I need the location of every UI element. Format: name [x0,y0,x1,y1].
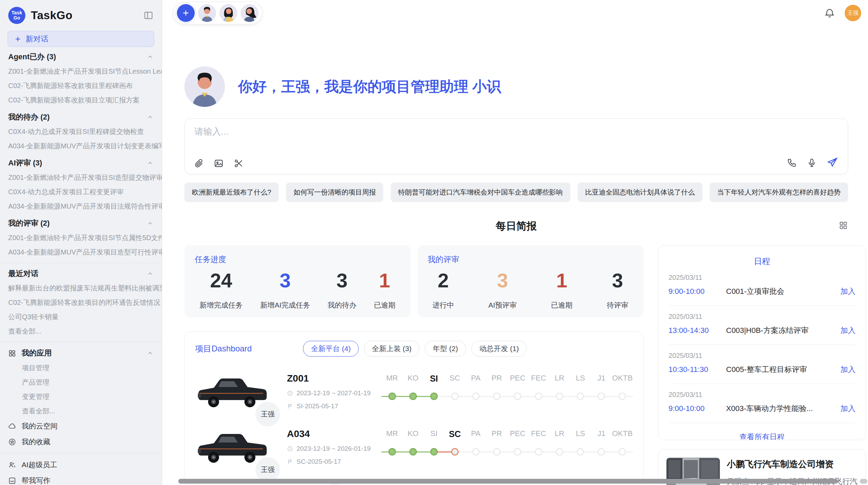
milestone-label: OKTB [612,374,633,384]
section-my-apps[interactable]: 我的应用 [0,346,162,361]
section-my-todo[interactable]: 我的待办 (2) [0,110,162,124]
section-recent-chats[interactable]: 最近对话 [0,266,162,281]
schedule-card: 日程 2025/03/11 9:00-10:00 C001-立项审批会 加入 2… [658,245,866,440]
avatar[interactable] [219,4,237,22]
sidebar-item-write-helper[interactable]: 帮我写作 [0,473,162,485]
list-item[interactable]: Z001-全新燃油轻卡产品开发项目SI造型提交物评审 [0,170,162,185]
schedule-item[interactable]: 2025/03/11 9:00-10:00 C001-立项审批会 加入 [668,267,855,306]
daily-brief-header: 每日简报 [184,219,848,233]
chat-input[interactable] [194,126,838,137]
chevron-up-icon[interactable] [147,53,154,60]
main-area: 王强 你好，王强，我是你的项目管理助理 小识 [162,0,868,485]
schedule-time: 9:00-10:00 [668,287,726,296]
project-row-a034[interactable]: 王强 A034 2023-12-19 ~ 2026-01-19 [195,428,633,466]
view-all-apps[interactable]: 查看全部... [0,404,162,418]
suggestion-chip[interactable]: 欧洲新规最近颁布了什么? [184,183,279,202]
suggestion-chip[interactable]: 如何写一份清晰的项目周报 [286,183,383,202]
workspace-switcher [173,2,262,24]
image-icon[interactable] [214,158,224,169]
list-item[interactable]: Z001-全新燃油轻卡产品开发项目SI节点属性5D文件评审 [0,231,162,245]
scissors-icon[interactable] [233,158,244,169]
project-row-z001[interactable]: 王强 Z001 2023-12-19 ~ 2027-01-19 [195,373,633,411]
sidebar-item-project-mgmt[interactable]: 项目管理 [0,361,162,375]
sidebar-item-cloud-space[interactable]: 我的云空间 [0,418,162,434]
sidebar-item-product-mgmt[interactable]: 产品管理 [0,375,162,389]
owner-avatar: 王强 [255,457,280,482]
view-all-recent[interactable]: 查看全部... [0,324,162,338]
view-all-schedule-link[interactable]: 查看所有日程 [668,432,855,440]
logo-text-bottom: Go [13,15,20,21]
phone-icon[interactable] [787,158,797,168]
sidebar-item-ai-staff[interactable]: AI超级员工 [0,457,162,473]
scrollbar-thumb[interactable] [178,479,838,484]
attachment-icon[interactable] [194,158,204,169]
project-flag-date: SC-2025-05-17 [287,458,373,465]
project-code: Z001 [287,373,373,384]
list-item[interactable]: A034-全新新能源MUV产品开发项目造型可行性评审 [0,245,162,259]
milestone-dot [472,448,480,456]
milestone-label: PEC [507,429,528,439]
milestone-label: OKTB [612,429,633,439]
send-icon[interactable] [827,157,838,169]
milestone-dot-done [430,448,438,456]
add-workspace-button[interactable] [177,4,195,22]
plus-icon [14,35,22,43]
list-item[interactable]: 解释最新出台的欧盟报废车法规再生塑料比例被调至15%... [0,281,162,295]
sidebar-item-favorites[interactable]: 我的收藏 [0,434,162,450]
join-button[interactable]: 加入 [840,403,855,414]
join-button[interactable]: 加入 [840,286,855,297]
tab-new-body[interactable]: 全新上装 (3) [364,341,420,357]
section-my-review[interactable]: 我的评审 (2) [0,216,162,231]
chevron-up-icon[interactable] [147,160,154,166]
layout-grid-icon[interactable] [839,221,848,230]
chevron-up-icon[interactable] [147,220,154,227]
join-button[interactable]: 加入 [840,325,855,336]
join-button[interactable]: 加入 [840,364,855,375]
tab-all-platform[interactable]: 全新平台 (4) [303,341,359,357]
milestone-label: PEC [507,374,528,384]
schedule-item[interactable]: 2025/03/11 13:00-14:30 C003|H0B-方案冻结评审 加… [668,306,855,345]
schedule-event-title: X003-车辆动力学性能验... [726,403,836,414]
user-avatar[interactable]: 王强 [845,5,861,21]
chevron-up-icon[interactable] [147,270,154,277]
stat-label: 新增完成任务 [200,300,243,310]
tab-powertrain[interactable]: 动总开发 (1) [471,341,527,357]
list-item[interactable]: A034-全新新能源MUV产品开发项目计划变更表编写 [0,139,162,153]
stat-label: 新增AI完成任务 [260,300,310,310]
chevron-up-icon[interactable] [147,114,154,121]
owner-avatar: 王强 [255,402,280,426]
notification-bell-icon[interactable] [824,8,835,18]
section-agent-done[interactable]: Agent已办 (3) [0,50,162,64]
suggestion-chip[interactable]: 特朗普可能对进口汽车增税会对中国车企造成哪些影响 [391,183,570,202]
list-item[interactable]: A034-全新新能源MUV产品开发项目法规符合性评审 [0,199,162,213]
sidebar-item-change-mgmt[interactable]: 变更管理 [0,389,162,404]
milestone-dot [535,448,542,456]
chat-composer [184,119,848,174]
schedule-date: 2025/03/11 [668,274,855,282]
chevron-up-icon[interactable] [147,350,154,357]
avatar[interactable] [241,4,258,22]
divider [0,263,162,263]
suggestion-chip[interactable]: 当下年轻人对汽车外观有怎样的喜好趋势 [710,183,848,202]
list-item[interactable]: C02-飞腾新能源轻客改款项目立项汇报方案 [0,93,162,107]
list-item[interactable]: Z001-全新燃油皮卡产品开发项目SI节点Lesson Learn报告 [0,64,162,78]
schedule-item[interactable]: 2025/03/11 10:30-11:30 C005-整车工程目标评审 加入 [668,345,855,384]
tab-model-year[interactable]: 年型 (2) [425,341,466,357]
list-item[interactable]: 公司Q3轻卡销量 [0,310,162,324]
section-ai-review[interactable]: AI评审 (3) [0,156,162,170]
microphone-icon[interactable] [807,158,817,168]
schedule-item[interactable]: 2025/03/11 9:00-10:00 X003-车辆动力学性能验... 加… [668,384,855,423]
new-chat-button[interactable]: 新对话 [8,31,154,47]
list-item[interactable]: C02-飞腾新能源轻客改款项目的闭环通告反馈情况 [0,295,162,310]
list-item[interactable]: C0X4-动力总成开发项目工程变更评审 [0,185,162,199]
horizontal-scrollbar[interactable] [177,479,868,484]
avatar[interactable] [198,4,216,22]
milestone-dot [493,448,501,456]
section-count: (3) [47,52,56,61]
milestone-dot [535,393,542,400]
milestone-dot-done [430,393,438,400]
sidebar-collapse-icon[interactable] [143,10,154,21]
list-item[interactable]: C0X4-动力总成开发项目SI里程碑提交物检查 [0,124,162,139]
list-item[interactable]: C02-飞腾新能源轻客改款项目里程碑画布 [0,78,162,93]
suggestion-chip[interactable]: 比亚迪全固态电池计划具体说了什么 [578,183,702,202]
